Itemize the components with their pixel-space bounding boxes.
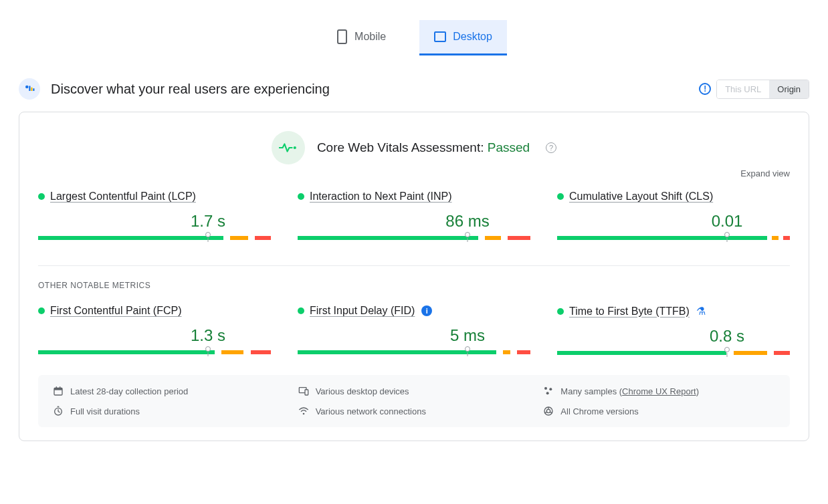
tab-mobile-label: Mobile <box>354 31 386 43</box>
svg-line-22 <box>545 412 547 412</box>
metric-name[interactable]: First Contentful Paint (FCP) <box>50 305 182 317</box>
metric-name[interactable]: Time to First Byte (TTFB) <box>569 305 690 318</box>
marker-icon <box>205 232 211 237</box>
tab-desktop[interactable]: Desktop <box>419 20 507 55</box>
distribution-bar <box>38 236 271 240</box>
tab-mobile[interactable]: Mobile <box>321 20 401 55</box>
marker-icon <box>724 232 730 237</box>
marker-icon <box>205 346 211 352</box>
distribution-bar <box>38 350 271 354</box>
status-dot <box>298 307 304 314</box>
footer-network: Various network connections <box>298 406 530 416</box>
svg-point-11 <box>544 387 547 390</box>
svg-line-23 <box>550 412 552 412</box>
platform-tabs: Mobile Desktop <box>19 20 809 55</box>
metric-name[interactable]: Interaction to Next Paint (INP) <box>310 191 452 203</box>
users-icon <box>19 78 40 100</box>
crux-report-link[interactable]: Chrome UX Report <box>622 386 696 396</box>
footer-samples: Many samples (Chrome UX Report) <box>543 386 775 396</box>
footer-versions: All Chrome versions <box>543 406 775 416</box>
tab-desktop-label: Desktop <box>453 31 492 43</box>
svg-rect-1 <box>29 86 30 92</box>
metric-value: 1.7 s <box>191 212 225 231</box>
other-metrics: First Contentful Paint (FCP)1.3 sFirst I… <box>38 305 790 355</box>
svg-rect-10 <box>305 390 308 395</box>
assessment-text: Core Web Vitals Assessment: Passed <box>317 140 530 155</box>
svg-line-16 <box>58 412 60 412</box>
footer-durations: Full visit durations <box>53 406 285 416</box>
status-dot <box>298 193 304 200</box>
desktop-icon <box>434 28 446 45</box>
footer-devices: Various desktop devices <box>298 386 530 396</box>
status-dot <box>557 193 564 200</box>
metric-value: 86 ms <box>445 212 489 231</box>
experimental-icon: ⚗ <box>696 305 706 318</box>
core-metrics: Largest Contentful Paint (LCP)1.7 sInter… <box>38 191 790 240</box>
metric-value: 0.8 s <box>710 327 744 346</box>
svg-rect-2 <box>31 88 32 91</box>
distribution-bar <box>557 351 790 355</box>
marker-icon <box>465 346 470 352</box>
svg-rect-6 <box>54 388 62 390</box>
metric-first-contentful-paint-fcp-: First Contentful Paint (FCP)1.3 s <box>38 305 271 355</box>
other-metrics-label: OTHER NOTABLE METRICS <box>38 281 790 290</box>
footer-period: Latest 28-day collection period <box>53 386 285 396</box>
footer-info: Latest 28-day collection period Various … <box>38 375 790 427</box>
metric-value: 5 ms <box>450 326 485 345</box>
expand-view-link[interactable]: Expand view <box>38 168 790 178</box>
svg-point-4 <box>294 146 296 149</box>
metric-name[interactable]: Cumulative Layout Shift (CLS) <box>569 191 713 203</box>
scope-toggle: This URL Origin <box>716 80 809 99</box>
svg-rect-3 <box>33 88 34 91</box>
pulse-icon <box>272 131 305 164</box>
marker-icon <box>465 232 470 237</box>
metric-value: 0.01 <box>712 212 743 231</box>
svg-point-0 <box>25 86 29 89</box>
status-dot <box>557 308 564 315</box>
marker-icon <box>724 347 730 352</box>
divider <box>38 265 790 266</box>
metric-first-input-delay-fid-: First Input Delay (FID)i5 ms <box>298 305 530 355</box>
assessment-label: Core Web Vitals Assessment: <box>317 140 484 154</box>
metric-cumulative-layout-shift-cls-: Cumulative Layout Shift (CLS)0.01 <box>557 191 790 240</box>
info-icon[interactable]: i <box>421 305 432 316</box>
distribution-bar <box>298 350 530 354</box>
svg-point-13 <box>546 392 549 394</box>
toggle-this-url[interactable]: This URL <box>717 80 769 98</box>
status-dot <box>38 307 45 314</box>
assessment-status: Passed <box>488 140 530 154</box>
svg-point-18 <box>302 413 304 415</box>
phone-icon <box>336 28 348 45</box>
metric-name[interactable]: First Input Delay (FID) <box>310 305 415 317</box>
distribution-bar <box>298 236 530 240</box>
header-row: Discover what your real users are experi… <box>19 78 809 100</box>
toggle-origin[interactable]: Origin <box>769 80 809 98</box>
page-title: Discover what your real users are experi… <box>51 82 699 97</box>
metric-value: 1.3 s <box>191 326 225 345</box>
distribution-bar <box>557 236 790 240</box>
metric-largest-contentful-paint-lcp-: Largest Contentful Paint (LCP)1.7 s <box>38 191 271 240</box>
svg-point-12 <box>550 388 552 390</box>
status-dot <box>38 193 45 200</box>
help-icon[interactable]: ? <box>546 142 556 153</box>
metric-name[interactable]: Largest Contentful Paint (LCP) <box>50 191 196 203</box>
metric-interaction-to-next-paint-inp-: Interaction to Next Paint (INP)86 ms <box>298 191 530 240</box>
info-icon[interactable]: ! <box>699 83 711 95</box>
assessment-row: Core Web Vitals Assessment: Passed ? <box>38 131 790 164</box>
vitals-card: Core Web Vitals Assessment: Passed ? Exp… <box>19 112 809 441</box>
metric-time-to-first-byte-ttfb-: Time to First Byte (TTFB)⚗0.8 s <box>557 305 790 355</box>
